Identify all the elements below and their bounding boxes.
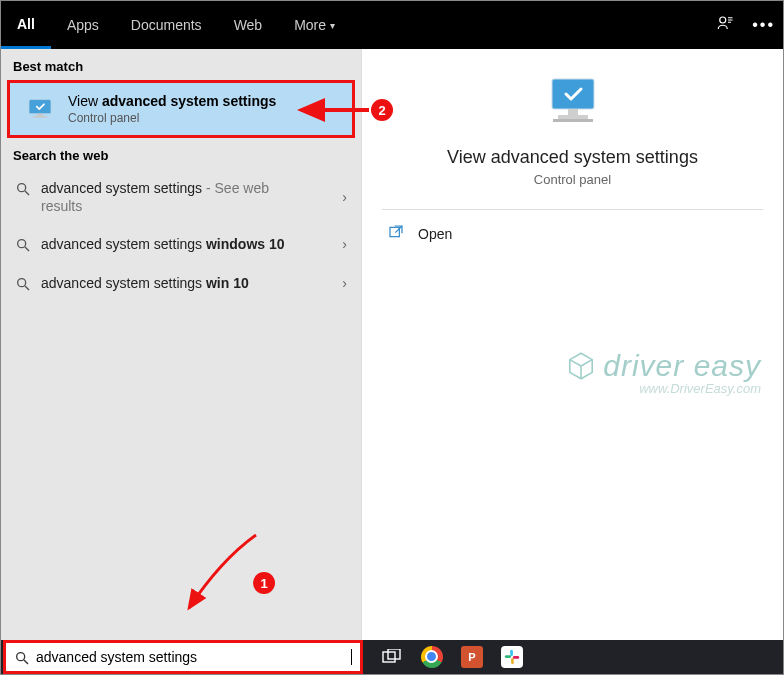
chevron-right-icon: › bbox=[342, 275, 347, 291]
web-result-0[interactable]: advanced system settings - See web resul… bbox=[1, 169, 361, 225]
tab-apps[interactable]: Apps bbox=[51, 1, 115, 49]
task-view-icon[interactable] bbox=[381, 646, 403, 668]
svg-line-9 bbox=[25, 286, 29, 290]
svg-line-5 bbox=[25, 191, 29, 195]
svg-point-15 bbox=[17, 653, 25, 661]
svg-point-8 bbox=[18, 278, 26, 286]
tab-web[interactable]: Web bbox=[218, 1, 279, 49]
svg-rect-10 bbox=[552, 79, 594, 109]
preview-title: View advanced system settings bbox=[362, 147, 783, 168]
svg-rect-19 bbox=[510, 650, 513, 656]
search-icon bbox=[15, 237, 31, 253]
control-panel-icon bbox=[24, 98, 56, 120]
open-icon bbox=[388, 224, 404, 244]
web-result-2[interactable]: advanced system settings win 10 › bbox=[1, 264, 361, 302]
search-web-header: Search the web bbox=[1, 138, 361, 169]
search-icon bbox=[15, 276, 31, 292]
svg-rect-14 bbox=[390, 227, 399, 236]
svg-rect-18 bbox=[388, 649, 400, 659]
watermark: driver easy www.DriverEasy.com bbox=[565, 349, 761, 396]
search-icon bbox=[14, 650, 30, 666]
svg-rect-17 bbox=[383, 652, 395, 662]
more-options-icon[interactable]: ••• bbox=[752, 16, 775, 34]
best-match-header: Best match bbox=[1, 49, 361, 80]
svg-rect-2 bbox=[37, 114, 43, 116]
web-result-text: advanced system settings - See web resul… bbox=[41, 179, 311, 215]
search-input[interactable] bbox=[36, 649, 350, 665]
slack-icon[interactable] bbox=[501, 646, 523, 668]
svg-rect-20 bbox=[505, 655, 511, 658]
svg-rect-22 bbox=[513, 656, 519, 659]
powerpoint-icon[interactable]: P bbox=[461, 646, 483, 668]
feedback-icon[interactable] bbox=[716, 14, 734, 36]
web-result-text: advanced system settings win 10 bbox=[41, 274, 249, 292]
chevron-right-icon: › bbox=[342, 236, 347, 252]
cube-icon bbox=[565, 350, 597, 382]
svg-rect-11 bbox=[568, 109, 578, 115]
search-input-container[interactable] bbox=[3, 640, 363, 674]
tab-more[interactable]: More▾ bbox=[278, 1, 351, 49]
annotation-arrow-2 bbox=[297, 101, 375, 123]
svg-rect-3 bbox=[33, 116, 47, 118]
web-result-text: advanced system settings windows 10 bbox=[41, 235, 285, 253]
search-filter-tabs: All Apps Documents Web More▾ ••• bbox=[1, 1, 783, 49]
best-match-title: View advanced system settings bbox=[68, 93, 276, 109]
svg-rect-13 bbox=[553, 119, 593, 122]
svg-rect-1 bbox=[29, 100, 51, 114]
svg-point-6 bbox=[18, 240, 26, 248]
open-label: Open bbox=[418, 226, 452, 242]
chevron-right-icon: › bbox=[342, 189, 347, 205]
web-result-1[interactable]: advanced system settings windows 10 › bbox=[1, 225, 361, 263]
svg-rect-12 bbox=[558, 115, 588, 119]
taskbar: P bbox=[1, 640, 783, 674]
tab-all[interactable]: All bbox=[1, 1, 51, 49]
tab-documents[interactable]: Documents bbox=[115, 1, 218, 49]
svg-point-0 bbox=[720, 17, 726, 23]
svg-line-16 bbox=[24, 660, 28, 664]
preview-pane: View advanced system settings Control pa… bbox=[361, 49, 783, 641]
svg-line-7 bbox=[25, 247, 29, 251]
open-action[interactable]: Open bbox=[362, 210, 783, 258]
search-icon bbox=[15, 181, 31, 197]
annotation-arrow-1 bbox=[181, 530, 271, 624]
chevron-down-icon: ▾ bbox=[330, 20, 335, 31]
chrome-icon[interactable] bbox=[421, 646, 443, 668]
svg-rect-21 bbox=[511, 658, 514, 664]
preview-subtitle: Control panel bbox=[362, 172, 783, 187]
best-match-subtitle: Control panel bbox=[68, 111, 276, 125]
text-caret bbox=[351, 649, 352, 665]
svg-point-4 bbox=[18, 184, 26, 192]
preview-app-icon bbox=[538, 75, 608, 133]
